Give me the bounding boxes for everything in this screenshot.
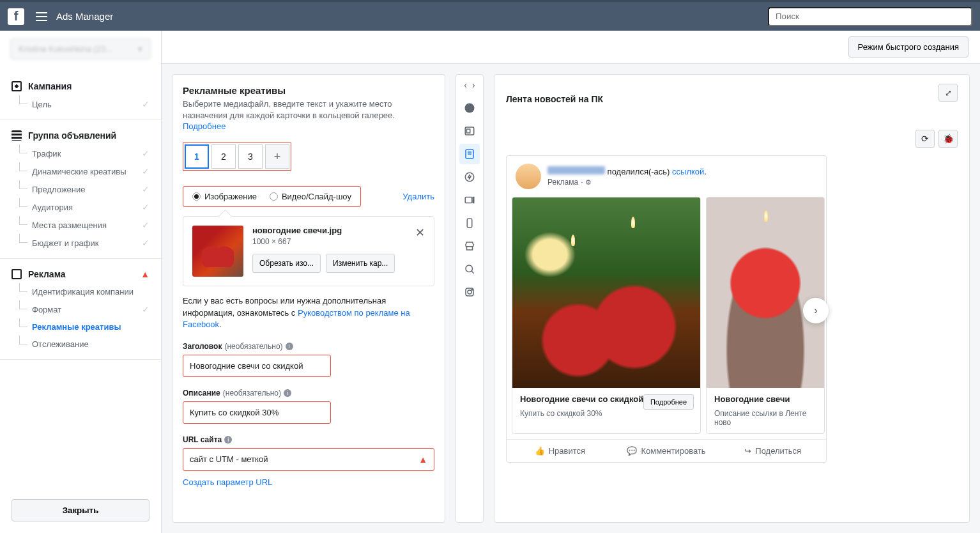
card-tab-3[interactable]: 3	[238, 144, 263, 169]
next-placement-icon[interactable]: ›	[472, 80, 475, 90]
nav-item-tracking[interactable]: Отслеживание	[0, 336, 161, 353]
nav-item-placements[interactable]: Места размещения✓	[0, 216, 161, 234]
share-button[interactable]: ↪Поделиться	[719, 440, 826, 462]
help-text: Если у вас есть вопросы или нужна дополн…	[183, 295, 434, 330]
facebook-placement-icon[interactable]	[459, 98, 480, 118]
account-selector[interactable]: Kristina Kukushkina (23...▾	[10, 38, 151, 59]
nav-item-traffic[interactable]: Трафик✓	[0, 144, 161, 162]
nav-item-format[interactable]: Формат✓	[0, 300, 161, 318]
refresh-preview-icon[interactable]: ⟳	[915, 130, 935, 148]
create-url-param-link[interactable]: Создать параметр URL	[183, 477, 272, 487]
comment-icon: 💬	[627, 446, 637, 456]
sidebar: Kristina Kukushkina (23...▾ Кампания Цел…	[0, 31, 162, 533]
description-input[interactable]: Купить со скидкой 30%	[183, 401, 331, 424]
change-image-button[interactable]: Изменить кар...	[326, 254, 395, 273]
shared-link[interactable]: ссылкой	[672, 167, 704, 176]
report-bug-icon[interactable]: 🐞	[938, 130, 958, 148]
expand-preview-icon[interactable]: ⤢	[938, 84, 958, 102]
media-thumbnail	[192, 226, 243, 277]
info-icon[interactable]: i	[224, 436, 232, 444]
file-dimensions: 1000 × 667	[252, 237, 406, 246]
nav-item-dynamic[interactable]: Динамические креативы✓	[0, 162, 161, 180]
warning-icon: ▲	[141, 269, 149, 279]
gear-icon[interactable]: ⚙	[585, 178, 592, 187]
url-input[interactable]: сайт с UTM - меткой▲	[183, 448, 434, 471]
svg-rect-7	[465, 197, 472, 203]
nav-section-campaign[interactable]: Кампания	[0, 77, 161, 95]
learn-more-link[interactable]: Подробнее	[183, 121, 226, 131]
info-icon[interactable]: i	[284, 389, 291, 397]
nav-section-ad[interactable]: Реклама ▲	[0, 265, 161, 283]
carousel-next-icon[interactable]: ›	[803, 298, 829, 323]
instagram-placement-icon[interactable]	[459, 282, 480, 302]
carousel-card-tabs: 1 2 3 +	[183, 143, 291, 171]
right-column-placement-icon[interactable]	[459, 121, 480, 141]
share-icon: ↪	[744, 446, 751, 456]
add-card-button[interactable]: +	[265, 144, 289, 169]
svg-point-13	[468, 290, 471, 294]
remove-file-icon[interactable]: ✕	[415, 226, 425, 277]
headline-input[interactable]: Новогодние свечи со скидкой	[183, 355, 331, 377]
svg-point-14	[471, 290, 473, 291]
preview-title: Лента новостей на ПК	[506, 94, 603, 104]
card-tab-1[interactable]: 1	[185, 144, 209, 169]
nav-item-audience[interactable]: Аудитория✓	[0, 198, 161, 216]
search-placement-icon[interactable]	[459, 259, 480, 279]
nav-item-goal[interactable]: Цель✓	[0, 95, 161, 113]
svg-line-11	[471, 271, 474, 274]
ad-icon	[11, 269, 22, 279]
nav-item-creatives[interactable]: Рекламные креативы	[0, 318, 161, 336]
check-icon: ✓	[142, 184, 149, 194]
avatar	[516, 164, 541, 189]
instream-placement-icon[interactable]	[459, 190, 480, 210]
carousel-card[interactable]: Новогодние свечи со скидкой Подробнее Ку…	[512, 197, 701, 434]
editor-subtitle: Выберите медиафайл, введите текст и укаж…	[183, 98, 434, 121]
info-icon[interactable]: i	[286, 343, 293, 350]
mobile-placement-icon[interactable]	[459, 213, 480, 233]
check-icon: ✓	[142, 148, 149, 158]
nav-section-adset[interactable]: Группа объявлений	[0, 127, 161, 144]
close-button[interactable]: Закрыть	[11, 499, 149, 521]
search-input[interactable]	[768, 7, 972, 26]
adset-icon	[11, 130, 22, 141]
placement-rail: ‹ ›	[456, 74, 484, 523]
file-name: новогодние свечи.jpg	[252, 226, 406, 235]
svg-rect-9	[467, 219, 472, 228]
editor-title: Рекламные креативы	[183, 85, 434, 96]
nav-item-identity[interactable]: Идентификация компании	[0, 283, 161, 300]
warning-icon: ▲	[418, 454, 427, 465]
delete-card-link[interactable]: Удалить	[402, 192, 434, 201]
media-type-video[interactable]: Видео/Слайд-шоу	[270, 192, 351, 201]
check-icon: ✓	[142, 166, 149, 176]
crop-button[interactable]: Обрезать изо...	[252, 254, 321, 273]
nav-item-budget[interactable]: Бюджет и график✓	[0, 234, 161, 252]
editor-panel: Рекламные креативы Выберите медиафайл, в…	[172, 74, 445, 523]
facebook-logo-icon[interactable]: f	[8, 8, 24, 25]
cta-button[interactable]: Подробнее	[643, 394, 694, 410]
page-name-redacted	[547, 166, 605, 174]
comment-button[interactable]: 💬Комментировать	[613, 440, 720, 462]
like-button[interactable]: 👍Нравится	[507, 440, 613, 462]
preview-panel: Лента новостей на ПК ⤢ ⟳ 🐞 поделился(-ас…	[494, 74, 970, 523]
media-type-image[interactable]: Изображение	[192, 192, 257, 201]
svg-rect-2	[467, 129, 470, 133]
app-title: Ads Manager	[56, 11, 113, 22]
svg-point-0	[465, 104, 475, 113]
campaign-icon	[11, 81, 22, 91]
card-tab-2[interactable]: 2	[211, 144, 236, 169]
ad-preview: поделился(-ась) ссылкой. Реклама · ⚙ Нов…	[506, 155, 827, 463]
feed-placement-icon[interactable]	[459, 144, 480, 164]
check-icon: ✓	[142, 238, 149, 248]
nav-item-offer[interactable]: Предложение✓	[0, 180, 161, 198]
check-icon: ✓	[142, 99, 149, 109]
card-image	[512, 197, 700, 388]
svg-rect-8	[473, 197, 474, 203]
menu-icon[interactable]	[36, 12, 47, 21]
prev-placement-icon[interactable]: ‹	[464, 80, 467, 90]
app-header: f Ads Manager	[0, 2, 980, 31]
quick-create-button[interactable]: Режим быстрого создания	[848, 36, 969, 58]
marketplace-placement-icon[interactable]	[459, 236, 480, 256]
instant-articles-placement-icon[interactable]	[459, 167, 480, 187]
check-icon: ✓	[142, 220, 149, 230]
check-icon: ✓	[142, 304, 149, 314]
